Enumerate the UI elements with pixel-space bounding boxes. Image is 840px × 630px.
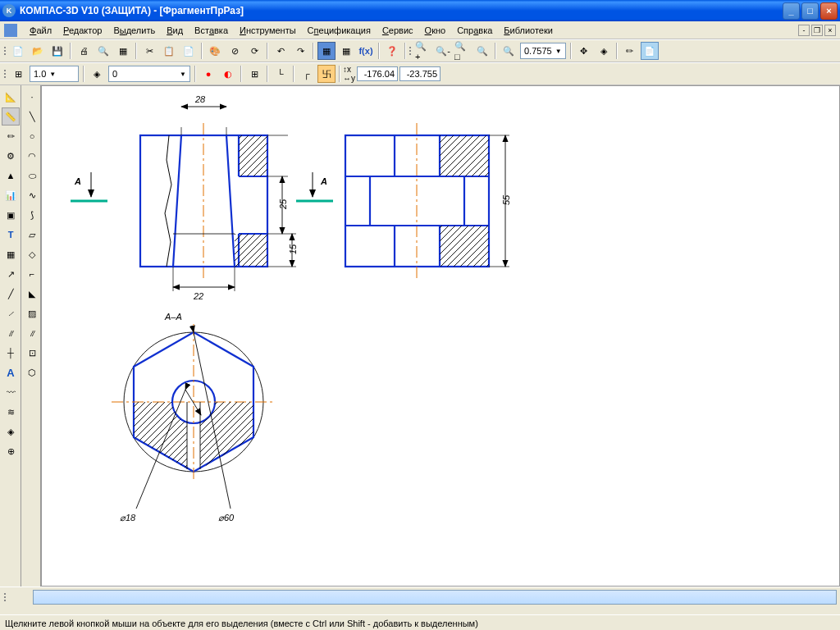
toolbar-grip[interactable] <box>3 43 8 58</box>
tool-spec[interactable]: T <box>2 226 20 244</box>
menu-insert[interactable]: Вставка <box>189 24 234 37</box>
menu-service[interactable]: Сервис <box>377 24 419 37</box>
x-input[interactable] <box>357 66 398 81</box>
fx-button[interactable]: f(x) <box>357 42 375 60</box>
properties-button[interactable]: 🎨 <box>206 42 224 60</box>
menu-help[interactable]: Справка <box>451 24 498 37</box>
props-grip[interactable] <box>3 590 8 605</box>
dim-28: 28 <box>194 94 206 104</box>
tool-axis[interactable]: ┼ <box>2 344 20 362</box>
sub-circle[interactable]: ○ <box>23 127 41 145</box>
tool-text[interactable]: ✏ <box>2 127 20 145</box>
props-button[interactable]: ▦ <box>114 42 132 60</box>
snap-end-button[interactable]: ● <box>199 65 217 83</box>
preview-button[interactable]: 🔍 <box>94 42 112 60</box>
sub-assembly[interactable]: ⊡ <box>23 344 41 362</box>
menu-select[interactable]: Выделить <box>107 24 161 37</box>
tool-cut[interactable]: ⫽ <box>2 324 20 342</box>
ortho-button[interactable]: └ <box>272 65 290 83</box>
zoom-window-button[interactable]: 🔍□ <box>454 42 472 60</box>
tool-line2[interactable]: ⟋ <box>2 304 20 322</box>
props-track[interactable] <box>33 590 837 605</box>
menu-tools[interactable]: Инструменты <box>234 24 302 37</box>
tool-table[interactable]: ▦ <box>2 245 20 263</box>
round-button[interactable]: ┌ <box>298 65 316 83</box>
zoom-combo[interactable]: 0.7575▼ <box>520 43 566 59</box>
menu-spec[interactable]: Спецификация <box>302 24 377 37</box>
sub-ellipse[interactable]: ⬭ <box>23 167 41 185</box>
toolbar-grip-3[interactable] <box>3 66 8 81</box>
tool-marker[interactable]: ◈ <box>2 422 20 441</box>
sub-chamfer[interactable]: ◣ <box>23 285 41 303</box>
vars-button[interactable]: ▦ <box>337 42 355 60</box>
minimize-button[interactable]: _ <box>783 2 800 20</box>
mdi-restore[interactable]: ❐ <box>811 25 823 36</box>
sub-poly[interactable]: ◇ <box>23 245 41 263</box>
tool-param[interactable]: ▲ <box>2 167 20 185</box>
zoom-fit-button[interactable]: 🔍 <box>473 42 491 60</box>
manager-button[interactable]: ▦ <box>317 42 336 60</box>
layer-combo[interactable]: 0▼ <box>108 66 190 82</box>
sub-line[interactable]: ╲ <box>23 107 41 126</box>
sub-contour[interactable]: ⬡ <box>23 363 41 381</box>
tool-measure[interactable]: 📊 <box>2 186 20 204</box>
copy-button[interactable]: 📋 <box>160 42 178 60</box>
help-button[interactable]: ❓ <box>383 42 401 60</box>
paste-button[interactable]: 📄 <box>180 42 198 60</box>
tool-wave[interactable]: ≋ <box>2 403 20 421</box>
tool-a[interactable]: A <box>2 363 20 381</box>
rotate-button[interactable]: ◈ <box>595 42 613 60</box>
local-button[interactable]: 卐 <box>317 65 336 83</box>
snap-mid-button[interactable]: ◐ <box>219 65 237 83</box>
sub-equid[interactable]: ⫽ <box>23 324 41 342</box>
zoom-out-button[interactable]: 🔍- <box>434 42 452 60</box>
menu-libs[interactable]: Библиотеки <box>498 24 559 37</box>
tool-line[interactable]: ╱ <box>2 285 20 303</box>
close-button[interactable]: × <box>820 2 838 20</box>
tool-center[interactable]: ⊕ <box>2 442 20 460</box>
sub-point[interactable]: · <box>23 88 41 106</box>
zoom-prev-button[interactable]: 🔍 <box>500 42 518 60</box>
sub-fillet[interactable]: ⌐ <box>23 265 41 283</box>
y-input[interactable] <box>399 66 441 81</box>
new-button[interactable]: 📄 <box>9 42 27 60</box>
toolbar-grip-2[interactable] <box>409 43 413 58</box>
redraw-button[interactable]: ✏ <box>621 42 639 60</box>
sub-bezier[interactable]: ⟆ <box>23 206 41 224</box>
cancel-button[interactable]: ⊘ <box>226 42 244 60</box>
tool-edit[interactable]: ⚙ <box>2 147 20 165</box>
mdi-minimize[interactable]: - <box>798 25 810 36</box>
cut-button[interactable]: ✂ <box>140 42 158 60</box>
pan-button[interactable]: ✥ <box>575 42 593 60</box>
layer-button[interactable]: ◈ <box>88 65 106 83</box>
sub-rect[interactable]: ▱ <box>23 226 41 244</box>
svg-rect-32 <box>440 135 489 176</box>
dim-25: 25 <box>278 199 288 210</box>
sub-hatch[interactable]: ▨ <box>23 304 41 322</box>
menu-edit[interactable]: Редактор <box>57 24 107 37</box>
tool-arrow[interactable]: ↗ <box>2 265 20 283</box>
grid-button[interactable]: ⊞ <box>245 65 263 83</box>
menu-window[interactable]: Окно <box>419 24 452 37</box>
step-button[interactable]: ⊞ <box>9 65 27 83</box>
tool-spline[interactable]: 〰 <box>2 383 20 401</box>
zoom-in-button[interactable]: 🔍+ <box>414 42 432 60</box>
step-combo[interactable]: 1.0▼ <box>30 66 79 82</box>
save-button[interactable]: 💾 <box>48 42 66 60</box>
sub-arc[interactable]: ◠ <box>23 147 41 165</box>
menu-view[interactable]: Вид <box>161 24 189 37</box>
mdi-close[interactable]: × <box>824 25 836 36</box>
menu-file[interactable]: Файл <box>24 24 57 37</box>
undo-button[interactable]: ↶ <box>272 42 290 60</box>
print-button[interactable]: 🖨 <box>75 42 93 60</box>
tool-dims[interactable]: 📏 <box>2 107 20 126</box>
sub-spline[interactable]: ∿ <box>23 186 41 204</box>
doc-button[interactable]: 📄 <box>641 42 659 60</box>
open-button[interactable]: 📂 <box>29 42 47 60</box>
maximize-button[interactable]: □ <box>801 2 819 20</box>
drawing-canvas[interactable]: 28 22 25 15 А <box>42 86 839 586</box>
tool-geometry[interactable]: 📐 <box>2 88 20 106</box>
redo-button[interactable]: ↷ <box>291 42 309 60</box>
refresh-button[interactable]: ⟳ <box>245 42 263 60</box>
tool-select[interactable]: ▣ <box>2 206 20 224</box>
